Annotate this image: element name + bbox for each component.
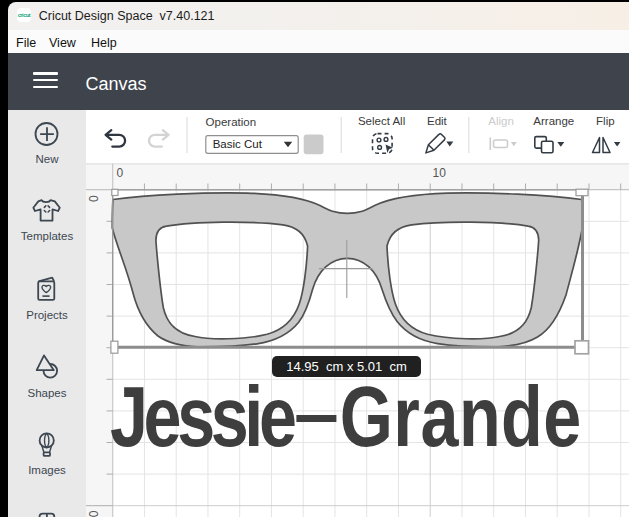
svg-text:10: 10 (433, 166, 447, 180)
svg-text:0: 0 (87, 195, 101, 202)
svg-text:0: 0 (117, 166, 124, 180)
svg-text:10: 10 (87, 510, 101, 517)
